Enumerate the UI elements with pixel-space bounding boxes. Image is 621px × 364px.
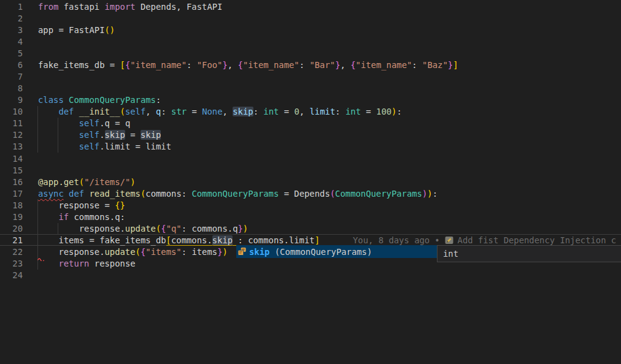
line-number-11[interactable]: 11 bbox=[0, 118, 23, 128]
suggestion-detail bbox=[269, 247, 274, 257]
code-line-9[interactable]: 9class CommonQueryParams: bbox=[0, 94, 621, 106]
line-number-9[interactable]: 9 bbox=[0, 95, 23, 105]
code-text: def __init__(self, q: str = None, skip: … bbox=[38, 107, 402, 116]
code-text: items = fake_items_db[commons.skip : com… bbox=[38, 235, 320, 246]
line-number-17[interactable]: 17 bbox=[0, 189, 23, 199]
error-squiggle bbox=[37, 253, 44, 263]
code-text: async def read_items(commons: CommonQuer… bbox=[38, 189, 438, 199]
line-number-21[interactable]: 21 bbox=[0, 235, 23, 245]
code-text: app = FastAPI() bbox=[38, 25, 115, 35]
line-number-7[interactable]: 7 bbox=[0, 72, 23, 82]
git-blame-annotation: You, 8 days ago•Add fist Dependency Inje… bbox=[353, 234, 616, 246]
code-line-20[interactable]: 20 response.update({"q": commons.q}) bbox=[0, 222, 621, 234]
code-line-7[interactable]: 7 bbox=[0, 70, 621, 82]
line-number-24[interactable]: 24 bbox=[0, 270, 23, 280]
line-number-4[interactable]: 4 bbox=[0, 37, 23, 47]
line-number-14[interactable]: 14 bbox=[0, 154, 23, 164]
suggestion-item-skip[interactable]: skip (CommonQueryParams) bbox=[236, 245, 437, 258]
code-line-13[interactable]: 13 self.limit = limit bbox=[0, 141, 621, 153]
code-line-4[interactable]: 4 bbox=[0, 36, 621, 47]
code-text: self.q = q bbox=[38, 118, 130, 128]
blame-separator: • bbox=[434, 235, 439, 245]
line-number-19[interactable]: 19 bbox=[0, 212, 23, 222]
code-text: self.limit = limit bbox=[38, 142, 171, 151]
code-text: from fastapi import Depends, FastAPI bbox=[38, 2, 222, 12]
code-line-5[interactable]: 5 bbox=[0, 47, 621, 59]
line-number-6[interactable]: 6 bbox=[0, 60, 23, 70]
code-line-19[interactable]: 19 if commons.q: bbox=[0, 211, 621, 222]
code-line-16[interactable]: 16@app.get("/items/") bbox=[0, 176, 621, 188]
code-line-10[interactable]: 10 def __init__(self, q: str = None, ski… bbox=[0, 106, 621, 118]
code-line-1[interactable]: 1from fastapi import Depends, FastAPI bbox=[0, 1, 621, 12]
blame-message: Add fist Dependency Injection c bbox=[458, 235, 617, 245]
code-text: return response bbox=[38, 259, 136, 268]
line-number-1[interactable]: 1 bbox=[0, 2, 23, 12]
code-line-6[interactable]: 6fake_items_db = [{"item_name": "Foo"}, … bbox=[0, 59, 621, 70]
pencil-icon bbox=[445, 236, 453, 245]
code-line-2[interactable]: 2 bbox=[0, 12, 621, 24]
code-line-12[interactable]: 12 self.skip = skip bbox=[0, 129, 621, 141]
code-line-3[interactable]: 3app = FastAPI() bbox=[0, 24, 621, 36]
code-line-8[interactable]: 8 bbox=[0, 83, 621, 94]
code-line-24[interactable]: 24 bbox=[0, 270, 621, 281]
line-number-16[interactable]: 16 bbox=[0, 177, 23, 187]
line-number-18[interactable]: 18 bbox=[0, 200, 23, 210]
field-icon bbox=[237, 247, 247, 257]
line-number-8[interactable]: 8 bbox=[0, 83, 23, 93]
code-editor[interactable]: 1from fastapi import Depends, FastAPI23a… bbox=[0, 0, 621, 364]
code-line-14[interactable]: 14 bbox=[0, 153, 621, 164]
line-number-2[interactable]: 2 bbox=[0, 13, 23, 23]
line-number-5[interactable]: 5 bbox=[0, 48, 23, 58]
suggestion-signature: (CommonQueryParams) bbox=[275, 247, 372, 257]
line-number-15[interactable]: 15 bbox=[0, 165, 23, 175]
code-line-18[interactable]: 18 response = {} bbox=[0, 199, 621, 211]
suggestion-doc-panel: int bbox=[437, 245, 621, 262]
line-number-23[interactable]: 23 bbox=[0, 259, 23, 268]
code-line-11[interactable]: 11 self.q = q bbox=[0, 118, 621, 129]
blame-author-date: You, 8 days ago bbox=[353, 235, 430, 245]
code-text: self.skip = skip bbox=[38, 130, 161, 140]
code-text: class CommonQueryParams: bbox=[38, 95, 161, 105]
code-text: if commons.q: bbox=[38, 212, 125, 222]
code-line-15[interactable]: 15 bbox=[0, 164, 621, 176]
code-text: fake_items_db = [{"item_name": "Foo"}, {… bbox=[38, 60, 458, 70]
code-text: response.update({"items": items}) bbox=[38, 247, 228, 257]
line-number-10[interactable]: 10 bbox=[0, 107, 23, 116]
code-line-17[interactable]: 17async def read_items(commons: CommonQu… bbox=[0, 188, 621, 199]
code-text: response.update({"q": commons.q}) bbox=[38, 224, 248, 233]
line-number-20[interactable]: 20 bbox=[0, 224, 23, 233]
suggestion-label: skip bbox=[249, 247, 269, 257]
suggestion-doc-text: int bbox=[443, 249, 458, 259]
line-number-22[interactable]: 22 bbox=[0, 247, 23, 257]
code-text: @app.get("/items/") bbox=[38, 177, 136, 187]
line-number-12[interactable]: 12 bbox=[0, 130, 23, 140]
line-number-13[interactable]: 13 bbox=[0, 142, 23, 151]
line-number-3[interactable]: 3 bbox=[0, 25, 23, 35]
code-text: response = {} bbox=[38, 200, 125, 210]
